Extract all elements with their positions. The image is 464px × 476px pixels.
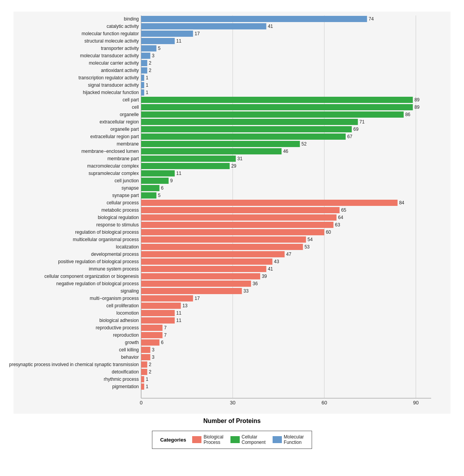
svg-text:3: 3 (152, 347, 155, 353)
svg-text:36: 36 (252, 281, 258, 286)
svg-text:3: 3 (152, 53, 155, 58)
svg-text:multicellular organismal proce: multicellular organismal process (73, 237, 139, 242)
svg-text:71: 71 (360, 119, 365, 125)
svg-text:3: 3 (152, 354, 155, 360)
svg-text:cell killing: cell killing (119, 347, 139, 353)
svg-rect-29 (141, 60, 147, 66)
svg-text:transporter activity: transporter activity (101, 46, 139, 51)
svg-text:54: 54 (307, 237, 313, 242)
svg-rect-47 (141, 104, 413, 110)
svg-text:5: 5 (158, 193, 160, 198)
svg-rect-59 (141, 134, 346, 140)
svg-rect-32 (141, 67, 147, 74)
svg-text:17: 17 (194, 296, 200, 301)
svg-text:11: 11 (176, 171, 182, 176)
svg-rect-53 (141, 119, 358, 125)
svg-text:extracellular region: extracellular region (100, 119, 139, 125)
svg-text:1: 1 (146, 90, 148, 95)
svg-text:1: 1 (146, 75, 148, 80)
svg-text:cell proliferation: cell proliferation (106, 303, 139, 308)
svg-text:biological adhesion: biological adhesion (99, 318, 139, 323)
svg-rect-161 (141, 384, 144, 390)
svg-text:cell: cell (132, 104, 139, 110)
svg-rect-11 (141, 16, 367, 22)
svg-text:cell part: cell part (123, 97, 139, 103)
svg-text:65: 65 (341, 207, 346, 213)
svg-text:behavior: behavior (121, 354, 139, 360)
svg-text:rhythmic process: rhythmic process (104, 377, 139, 382)
svg-rect-155 (141, 369, 147, 375)
svg-rect-101 (141, 236, 306, 243)
legend-label-mf: MolecularFunction (284, 434, 304, 445)
svg-text:growth: growth (125, 340, 139, 345)
svg-rect-74 (141, 170, 175, 176)
svg-text:multi−organism process: multi−organism process (90, 296, 139, 301)
svg-rect-17 (141, 31, 193, 37)
svg-rect-95 (141, 222, 333, 228)
svg-text:0: 0 (140, 400, 142, 406)
legend-swatch-bp (192, 436, 201, 443)
svg-text:molecular carrier activity: molecular carrier activity (89, 60, 139, 66)
svg-rect-143 (141, 339, 159, 346)
svg-text:74: 74 (368, 16, 374, 22)
svg-text:localization: localization (116, 244, 139, 250)
svg-text:extracellular region part: extracellular region part (90, 134, 139, 139)
svg-text:53: 53 (304, 244, 310, 250)
svg-text:84: 84 (399, 200, 404, 205)
svg-text:organelle part: organelle part (111, 127, 139, 132)
svg-text:response to stimulus: response to stimulus (96, 222, 139, 228)
svg-text:negative regulation of biologi: negative regulation of biological proces… (56, 281, 139, 286)
svg-text:41: 41 (268, 24, 273, 29)
svg-text:cellular process: cellular process (107, 200, 139, 205)
svg-text:presynaptic process involved i: presynaptic process involved in chemical… (9, 362, 139, 367)
svg-rect-68 (141, 156, 236, 162)
legend-title: Categories (160, 437, 186, 443)
svg-text:11: 11 (176, 318, 182, 323)
legend-swatch-cc (230, 436, 240, 443)
svg-text:1: 1 (146, 82, 148, 88)
svg-text:2: 2 (149, 68, 152, 73)
svg-text:reproductive process: reproductive process (96, 325, 139, 330)
svg-text:1: 1 (146, 377, 148, 382)
svg-text:2: 2 (149, 362, 152, 367)
svg-rect-80 (141, 185, 159, 191)
bar-chart: 030609074binding41catalytic activity17mo… (14, 12, 450, 414)
svg-text:developmental process: developmental process (91, 252, 139, 257)
svg-rect-98 (141, 229, 324, 235)
legend-label-bp: BiologicalProcess (203, 434, 223, 445)
svg-text:metabolic process: metabolic process (101, 207, 139, 213)
svg-rect-26 (141, 53, 150, 59)
svg-text:membrane−enclosed lumen: membrane−enclosed lumen (82, 149, 139, 154)
svg-rect-20 (141, 38, 175, 44)
svg-text:catalytic activity: catalytic activity (107, 24, 139, 29)
legend-label-cc: CellularComponent (242, 434, 266, 445)
svg-rect-131 (141, 310, 175, 316)
svg-rect-14 (141, 23, 266, 29)
svg-rect-71 (141, 163, 230, 169)
svg-text:cell junction: cell junction (114, 178, 139, 183)
svg-text:transcription regulator activi: transcription regulator activity (78, 75, 139, 80)
svg-text:86: 86 (405, 112, 411, 117)
svg-text:7: 7 (164, 332, 167, 338)
svg-text:43: 43 (274, 259, 279, 264)
svg-text:5: 5 (158, 46, 160, 51)
svg-rect-113 (141, 266, 266, 272)
svg-text:9: 9 (170, 178, 173, 183)
svg-rect-50 (141, 111, 404, 118)
svg-rect-125 (141, 295, 193, 301)
svg-text:89: 89 (415, 104, 420, 110)
svg-text:2: 2 (149, 369, 152, 375)
svg-text:detoxification: detoxification (112, 369, 139, 375)
svg-text:64: 64 (338, 215, 343, 220)
svg-rect-65 (141, 148, 281, 154)
x-axis-title: Number of Proteins (14, 418, 450, 425)
svg-text:molecular function regulator: molecular function regulator (82, 31, 139, 36)
svg-text:positive regulation of biologi: positive regulation of biological proces… (58, 259, 139, 264)
svg-rect-41 (141, 89, 144, 96)
legend-item-cc: CellularComponent (230, 434, 266, 445)
svg-rect-104 (141, 244, 303, 250)
svg-text:47: 47 (286, 252, 292, 257)
svg-text:39: 39 (262, 274, 267, 279)
svg-text:signal transducer activity: signal transducer activity (88, 82, 139, 88)
svg-text:60: 60 (321, 400, 327, 406)
